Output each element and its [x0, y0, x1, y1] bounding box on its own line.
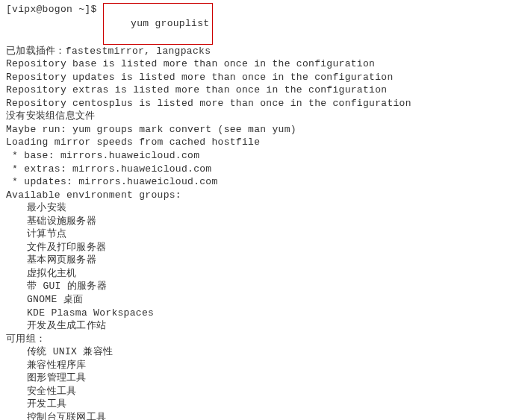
command-highlight-box: yum grouplist: [103, 3, 214, 45]
avail-groups-header: 可用组：: [6, 333, 510, 346]
env-group-item: 最小安装: [6, 201, 510, 215]
env-group-item: 计算节点: [6, 228, 510, 241]
env-group-item: 带 GUI 的服务器: [6, 280, 510, 293]
env-group-item: 基本网页服务器: [6, 254, 510, 267]
output-repo-base: Repository base is listed more than once…: [6, 57, 510, 71]
output-loading-mirror: Loading mirror speeds from cached hostfi…: [6, 136, 510, 149]
env-group-item: 虚拟化主机: [6, 267, 510, 280]
output-repo-updates: Repository updates is listed more than o…: [6, 71, 510, 84]
output-no-group-info: 没有安装组信息文件: [6, 110, 510, 123]
avail-group-item: 安全性工具: [6, 385, 510, 398]
prompt-user-host: [vipx@bogon ~]$: [6, 3, 103, 16]
output-repo-centosplus: Repository centosplus is listed more tha…: [6, 97, 510, 110]
output-loaded-plugins: 已加载插件：fastestmirror, langpacks: [6, 45, 510, 58]
env-group-item: 基础设施服务器: [6, 215, 510, 228]
env-group-item: GNOME 桌面: [6, 293, 510, 307]
env-group-item: 开发及生成工作站: [6, 319, 510, 333]
command-text: yum grouplist: [131, 18, 209, 29]
env-group-item: KDE Plasma Workspaces: [6, 307, 510, 320]
output-repo-extras: Repository extras is listed more than on…: [6, 84, 510, 97]
prompt-line: [vipx@bogon ~]$ yum grouplist: [6, 3, 510, 45]
output-maybe-run: Maybe run: yum groups mark convert (see …: [6, 123, 510, 137]
output-mirror-base: * base: mirrors.huaweicloud.com: [6, 149, 510, 163]
avail-group-item: 兼容性程序库: [6, 359, 510, 372]
output-mirror-extras: * extras: mirrors.huaweicloud.com: [6, 163, 510, 176]
avail-group-item: 传统 UNIX 兼容性: [6, 345, 510, 359]
env-group-item: 文件及打印服务器: [6, 241, 510, 254]
output-mirror-updates: * updates: mirrors.huaweicloud.com: [6, 175, 510, 189]
env-groups-header: Available environment groups:: [6, 189, 510, 202]
avail-group-item: 图形管理工具: [6, 372, 510, 385]
avail-group-item: 开发工具: [6, 398, 510, 411]
avail-group-item: 控制台互联网工具: [6, 411, 510, 420]
